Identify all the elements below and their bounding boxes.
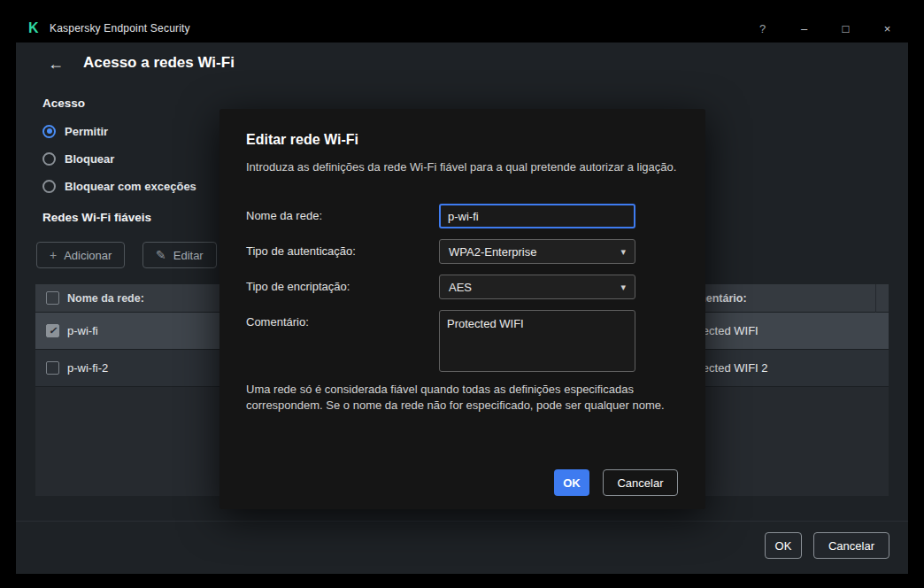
titlebar: K Kaspersky Endpoint Security ? – □ × xyxy=(16,14,908,43)
maximize-icon[interactable]: □ xyxy=(825,14,866,43)
radio-permitir[interactable]: Permitir xyxy=(42,122,108,140)
chevron-down-icon: ▾ xyxy=(620,246,626,258)
column-header-name[interactable]: Nome da rede: xyxy=(67,292,144,305)
trusted-networks-heading: Redes Wi-Fi fiáveis xyxy=(42,211,151,224)
radio-label: Bloquear com exceções xyxy=(65,180,196,193)
back-arrow-icon[interactable]: ← xyxy=(48,55,64,74)
chevron-down-icon: ▾ xyxy=(620,282,626,293)
add-network-button[interactable]: + Adicionar xyxy=(36,242,125,268)
dialog-description: Introduza as definições da rede Wi-Fi fi… xyxy=(246,159,689,175)
check-icon: ✓ xyxy=(49,325,57,337)
footer-divider xyxy=(16,521,908,522)
encryption-type-label: Tipo de encriptação: xyxy=(246,275,350,299)
encryption-type-value: AES xyxy=(449,281,472,294)
radio-selected-icon xyxy=(42,125,56,138)
radio-icon xyxy=(42,180,56,193)
encryption-type-select[interactable]: AES ▾ xyxy=(439,275,635,299)
window-ok-button[interactable]: OK xyxy=(765,532,802,559)
edit-network-label: Editar xyxy=(173,249,204,262)
select-all-checkbox[interactable] xyxy=(46,291,59,305)
row-checkbox-checked[interactable]: ✓ xyxy=(46,324,59,337)
radio-label: Bloquear xyxy=(65,152,114,166)
network-name-cell: p-wi-fi xyxy=(67,324,98,337)
header-scroll-strip xyxy=(875,284,889,313)
edit-network-button[interactable]: ✎ Editar xyxy=(142,242,217,268)
row-checkbox[interactable] xyxy=(46,361,59,375)
edit-wifi-network-dialog: Editar rede Wi-Fi Introduza as definiçõe… xyxy=(219,109,705,509)
dialog-title: Editar rede Wi-Fi xyxy=(246,132,358,148)
page-title: Acesso a redes Wi-Fi xyxy=(83,54,235,72)
auth-type-value: WPA2-Enterprise xyxy=(449,245,536,259)
auth-type-select[interactable]: WPA2-Enterprise ▾ xyxy=(439,239,635,264)
access-heading: Acesso xyxy=(42,97,85,110)
auth-type-label: Tipo de autenticação: xyxy=(246,239,356,264)
app-title: Kaspersky Endpoint Security xyxy=(50,22,190,35)
window-cancel-button[interactable]: Cancelar xyxy=(813,532,889,559)
dialog-cancel-button[interactable]: Cancelar xyxy=(603,469,678,496)
dialog-ok-button[interactable]: OK xyxy=(554,469,589,496)
window-controls: ? – □ × xyxy=(742,14,908,43)
network-name-input[interactable] xyxy=(439,204,635,228)
dialog-note: Uma rede só é considerada fiável quando … xyxy=(246,382,676,414)
network-name-label: Nome da rede: xyxy=(246,204,322,228)
comment-textarea[interactable]: Protected WIFI xyxy=(439,310,635,372)
add-network-label: Adicionar xyxy=(64,249,112,262)
minimize-icon[interactable]: – xyxy=(783,14,825,43)
help-icon[interactable]: ? xyxy=(742,14,783,43)
kaspersky-logo-icon: K xyxy=(28,20,44,36)
pencil-icon: ✎ xyxy=(156,248,166,262)
comment-label: Comentário: xyxy=(246,310,309,335)
radio-label: Permitir xyxy=(65,125,108,138)
network-name-cell: p-wi-fi-2 xyxy=(67,361,108,375)
close-icon[interactable]: × xyxy=(866,14,908,43)
radio-icon xyxy=(42,152,56,166)
radio-bloquear-com-excecoes[interactable]: Bloquear com exceções xyxy=(42,177,196,195)
plus-icon: + xyxy=(50,248,57,262)
radio-bloquear[interactable]: Bloquear xyxy=(42,150,114,167)
